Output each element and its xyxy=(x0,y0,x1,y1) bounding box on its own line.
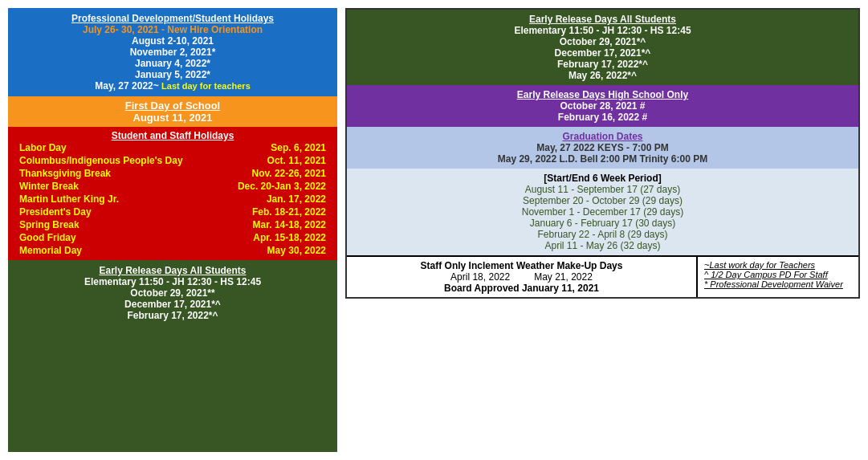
pd-item-3: January 4, 2022* xyxy=(16,58,329,69)
early-release-left-section: Early Release Days All Students Elementa… xyxy=(8,260,337,452)
er-right-item-4: May 26, 2022*^ xyxy=(355,70,850,81)
pd-holidays-title: Professional Development/Student Holiday… xyxy=(16,13,329,24)
er-right-item-0: Elementary 11:50 - JH 12:30 - HS 12:45 xyxy=(355,25,850,36)
right-inner-box: Early Release Days All Students Elementa… xyxy=(345,8,860,299)
graduation-title: Graduation Dates xyxy=(355,131,850,142)
pd-item-4: January 5, 2022* xyxy=(16,69,329,80)
new-hire-subtitle: July 26- 30, 2021 - New Hire Orientation xyxy=(16,24,329,35)
early-release-left-title: Early Release Days All Students xyxy=(16,265,329,276)
board-approved: Board Approved January 11, 2021 xyxy=(355,283,688,294)
six-week-item-0: August 11 - September 17 (27 days) xyxy=(355,184,850,195)
weather-makeup-title: Staff Only Inclement Weather Make-Up Day… xyxy=(355,260,688,271)
holiday-row-1: Columbus/Indigenous People's Day Oct. 11… xyxy=(16,154,329,167)
early-release-left-item-3: February 17, 2022*^ xyxy=(16,310,329,321)
legend-section: ~Last work day for Teachers ^ 1/2 Day Ca… xyxy=(698,257,858,297)
legend-note-3: * Professional Development Waiver xyxy=(704,279,852,289)
pd-holidays-section: Professional Development/Student Holiday… xyxy=(8,8,337,96)
er-hs-item-1: February 16, 2022 # xyxy=(355,112,850,123)
holiday-row-7: Good Friday Apr. 15-18, 2022 xyxy=(16,231,329,244)
holiday-row-2: Thanksgiving Break Nov. 22-26, 2021 xyxy=(16,167,329,180)
graduation-item-1: May 29, 2022 L.D. Bell 2:00 PM Trinity 6… xyxy=(355,153,850,165)
graduation-item-0: May, 27 2022 KEYS - 7:00 PM xyxy=(355,142,850,153)
legend-note-2: ^ 1/2 Day Campus PD For Staff xyxy=(704,270,852,279)
holiday-row-8: Memorial Day May 30, 2022 xyxy=(16,244,329,257)
early-release-hs-title: Early Release Days High School Only xyxy=(355,89,850,100)
first-day-title: First Day of School xyxy=(16,100,329,112)
er-right-item-3: February 17, 2022*^ xyxy=(355,59,850,70)
er-right-item-2: December 17, 2021*^ xyxy=(355,47,850,59)
six-week-section: [Start/End 6 Week Period] August 11 - Se… xyxy=(347,169,858,255)
student-staff-title: Student and Staff Holidays xyxy=(16,130,329,141)
early-release-hs-section: Early Release Days High School Only Octo… xyxy=(347,85,858,127)
holiday-row-5: President's Day Feb. 18-21, 2022 xyxy=(16,206,329,218)
pd-item-2: November 2, 2021* xyxy=(16,47,329,58)
early-release-left-item-0: Elementary 11:50 - JH 12:30 - HS 12:45 xyxy=(16,276,329,287)
early-release-left-item-2: December 17, 2021*^ xyxy=(16,299,329,310)
holiday-row-0: Labor Day Sep. 6, 2021 xyxy=(16,141,329,154)
six-week-item-5: April 11 - May 26 (32 days) xyxy=(355,240,850,251)
legend-note-1: ~Last work day for Teachers xyxy=(704,260,852,270)
six-week-item-3: January 6 - February 17 (30 days) xyxy=(355,218,850,229)
makeup-dates: April 18, 2022 May 21, 2022 xyxy=(355,271,688,283)
holiday-row-3: Winter Break Dec. 20-Jan 3, 2022 xyxy=(16,180,329,193)
left-column: Professional Development/Student Holiday… xyxy=(8,8,337,452)
holiday-row-6: Spring Break Mar. 14-18, 2022 xyxy=(16,218,329,231)
weather-makeup-section: Staff Only Inclement Weather Make-Up Day… xyxy=(347,257,698,297)
student-staff-holidays-section: Student and Staff Holidays Labor Day Sep… xyxy=(8,127,337,260)
bottom-section: Staff Only Inclement Weather Make-Up Day… xyxy=(347,255,858,297)
six-week-item-2: November 1 - December 17 (29 days) xyxy=(355,206,850,218)
right-column: Early Release Days All Students Elementa… xyxy=(345,8,860,452)
pd-item-last: May, 27 2022~ Last day for teachers xyxy=(16,80,329,92)
early-release-right-title: Early Release Days All Students xyxy=(355,14,850,25)
first-day-section: First Day of School August 11, 2021 xyxy=(8,96,337,127)
holiday-row-4: Martin Luther King Jr. Jan. 17, 2022 xyxy=(16,193,329,206)
early-release-left-item-1: October 29, 2021** xyxy=(16,287,329,299)
er-right-item-1: October 29, 2021*^ xyxy=(355,36,850,47)
pd-item-1: August 2-10, 2021 xyxy=(16,35,329,47)
first-day-date: August 11, 2021 xyxy=(16,112,329,124)
six-week-item-4: February 22 - April 8 (29 days) xyxy=(355,229,850,240)
six-week-title: [Start/End 6 Week Period] xyxy=(355,173,850,184)
graduation-section: Graduation Dates May, 27 2022 KEYS - 7:0… xyxy=(347,127,858,169)
er-hs-item-0: October 28, 2021 # xyxy=(355,100,850,112)
early-release-right-section: Early Release Days All Students Elementa… xyxy=(347,10,858,85)
six-week-item-1: September 20 - October 29 (29 days) xyxy=(355,195,850,206)
